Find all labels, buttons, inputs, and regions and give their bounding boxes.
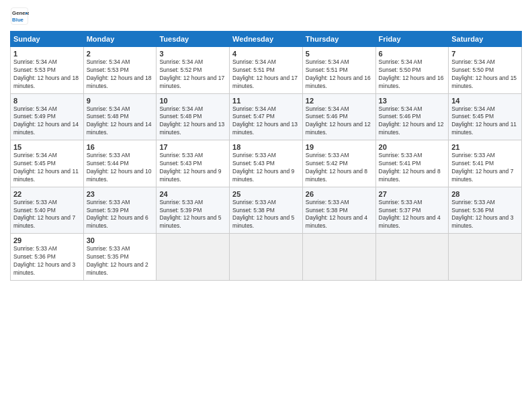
day-info: Sunrise: 5:33 AM Sunset: 5:42 PM Dayligh… bbox=[306, 152, 373, 184]
calendar-cell: 19 Sunrise: 5:33 AM Sunset: 5:42 PM Dayl… bbox=[302, 140, 375, 187]
sunrise-label: Sunrise: 5:33 AM bbox=[379, 152, 423, 158]
day-info: Sunrise: 5:33 AM Sunset: 5:38 PM Dayligh… bbox=[306, 199, 373, 231]
day-info: Sunrise: 5:34 AM Sunset: 5:47 PM Dayligh… bbox=[232, 105, 300, 138]
day-number: 9 bbox=[87, 97, 154, 105]
day-number: 25 bbox=[232, 190, 300, 198]
calendar-cell bbox=[302, 234, 375, 281]
day-info: Sunrise: 5:33 AM Sunset: 5:44 PM Dayligh… bbox=[87, 152, 154, 184]
calendar-cell: 12 Sunrise: 5:34 AM Sunset: 5:46 PM Dayl… bbox=[302, 93, 375, 140]
sunrise-label: Sunrise: 5:34 AM bbox=[159, 58, 203, 65]
sunset-label: Sunset: 5:51 PM bbox=[232, 66, 275, 73]
sunset-label: Sunset: 5:38 PM bbox=[232, 207, 275, 214]
calendar-cell: 24 Sunrise: 5:33 AM Sunset: 5:39 PM Dayl… bbox=[157, 187, 230, 234]
calendar-cell: 7 Sunrise: 5:34 AM Sunset: 5:50 PM Dayli… bbox=[449, 47, 522, 94]
sunset-label: Sunset: 5:45 PM bbox=[451, 113, 494, 120]
calendar-cell: 8 Sunrise: 5:34 AM Sunset: 5:49 PM Dayli… bbox=[11, 93, 84, 140]
daylight-label: Daylight: 12 hours and 17 minutes. bbox=[159, 75, 224, 89]
sunrise-label: Sunrise: 5:34 AM bbox=[451, 58, 495, 65]
sunrise-label: Sunrise: 5:33 AM bbox=[232, 152, 276, 158]
calendar-cell: 14 Sunrise: 5:34 AM Sunset: 5:45 PM Dayl… bbox=[449, 93, 522, 140]
day-info: Sunrise: 5:33 AM Sunset: 5:35 PM Dayligh… bbox=[87, 245, 154, 277]
daylight-label: Daylight: 12 hours and 5 minutes. bbox=[159, 214, 221, 229]
calendar-cell: 11 Sunrise: 5:34 AM Sunset: 5:47 PM Dayl… bbox=[230, 93, 303, 140]
sunset-label: Sunset: 5:40 PM bbox=[13, 207, 56, 214]
sunset-label: Sunset: 5:47 PM bbox=[232, 113, 275, 120]
sunrise-label: Sunrise: 5:34 AM bbox=[87, 58, 130, 65]
sunset-label: Sunset: 5:38 PM bbox=[306, 207, 348, 214]
calendar-cell bbox=[157, 234, 230, 281]
sunrise-label: Sunrise: 5:34 AM bbox=[13, 105, 57, 112]
daylight-label: Daylight: 12 hours and 13 minutes. bbox=[159, 121, 224, 136]
day-info: Sunrise: 5:34 AM Sunset: 5:51 PM Dayligh… bbox=[306, 58, 373, 91]
calendar-week-row: 15 Sunrise: 5:34 AM Sunset: 5:45 PM Dayl… bbox=[11, 140, 522, 187]
sunrise-label: Sunrise: 5:33 AM bbox=[13, 245, 57, 252]
sunset-label: Sunset: 5:41 PM bbox=[451, 160, 494, 167]
header-tuesday: Tuesday bbox=[157, 32, 230, 47]
day-number: 15 bbox=[13, 143, 81, 151]
day-info: Sunrise: 5:33 AM Sunset: 5:36 PM Dayligh… bbox=[13, 245, 81, 277]
day-number: 12 bbox=[306, 97, 373, 105]
day-number: 21 bbox=[451, 143, 519, 151]
daylight-label: Daylight: 12 hours and 4 minutes. bbox=[306, 214, 367, 229]
calendar-cell: 9 Sunrise: 5:34 AM Sunset: 5:48 PM Dayli… bbox=[83, 93, 157, 140]
day-number: 29 bbox=[13, 236, 81, 244]
sunrise-label: Sunrise: 5:33 AM bbox=[379, 199, 423, 205]
sunrise-label: Sunrise: 5:33 AM bbox=[232, 199, 276, 205]
sunset-label: Sunset: 5:50 PM bbox=[379, 66, 421, 73]
day-info: Sunrise: 5:34 AM Sunset: 5:53 PM Dayligh… bbox=[87, 58, 154, 91]
daylight-label: Daylight: 12 hours and 16 minutes. bbox=[379, 75, 444, 89]
day-info: Sunrise: 5:34 AM Sunset: 5:45 PM Dayligh… bbox=[13, 152, 81, 184]
day-info: Sunrise: 5:33 AM Sunset: 5:40 PM Dayligh… bbox=[13, 199, 81, 231]
sunset-label: Sunset: 5:36 PM bbox=[451, 207, 494, 214]
calendar-cell: 2 Sunrise: 5:34 AM Sunset: 5:53 PM Dayli… bbox=[83, 47, 157, 94]
sunrise-label: Sunrise: 5:33 AM bbox=[451, 199, 495, 205]
sunset-label: Sunset: 5:46 PM bbox=[379, 113, 421, 120]
logo-icon: General Blue bbox=[10, 7, 29, 26]
header: General Blue bbox=[10, 7, 522, 26]
daylight-label: Daylight: 12 hours and 7 minutes. bbox=[13, 214, 75, 229]
calendar-cell: 1 Sunrise: 5:34 AM Sunset: 5:53 PM Dayli… bbox=[11, 47, 84, 94]
daylight-label: Daylight: 12 hours and 17 minutes. bbox=[232, 75, 298, 89]
sunrise-label: Sunrise: 5:34 AM bbox=[379, 105, 423, 112]
day-number: 28 bbox=[451, 190, 519, 198]
daylight-label: Daylight: 12 hours and 9 minutes. bbox=[159, 168, 221, 183]
day-info: Sunrise: 5:33 AM Sunset: 5:39 PM Dayligh… bbox=[87, 199, 154, 231]
calendar-cell: 18 Sunrise: 5:33 AM Sunset: 5:43 PM Dayl… bbox=[230, 140, 303, 187]
header-monday: Monday bbox=[83, 32, 157, 47]
sunset-label: Sunset: 5:46 PM bbox=[306, 113, 348, 120]
day-info: Sunrise: 5:33 AM Sunset: 5:38 PM Dayligh… bbox=[232, 199, 300, 231]
sunrise-label: Sunrise: 5:33 AM bbox=[306, 152, 349, 158]
daylight-label: Daylight: 12 hours and 14 minutes. bbox=[87, 121, 152, 136]
calendar-cell: 30 Sunrise: 5:33 AM Sunset: 5:35 PM Dayl… bbox=[83, 234, 157, 281]
sunrise-label: Sunrise: 5:33 AM bbox=[306, 199, 349, 205]
calendar-cell: 17 Sunrise: 5:33 AM Sunset: 5:43 PM Dayl… bbox=[157, 140, 230, 187]
daylight-label: Daylight: 12 hours and 11 minutes. bbox=[451, 121, 517, 136]
calendar-cell: 27 Sunrise: 5:33 AM Sunset: 5:37 PM Dayl… bbox=[375, 187, 449, 234]
sunset-label: Sunset: 5:41 PM bbox=[379, 160, 421, 167]
day-number: 8 bbox=[13, 97, 81, 105]
header-friday: Friday bbox=[375, 32, 449, 47]
day-info: Sunrise: 5:34 AM Sunset: 5:45 PM Dayligh… bbox=[451, 105, 519, 138]
daylight-label: Daylight: 12 hours and 10 minutes. bbox=[87, 168, 152, 183]
day-info: Sunrise: 5:33 AM Sunset: 5:41 PM Dayligh… bbox=[379, 152, 446, 184]
day-number: 13 bbox=[379, 97, 446, 105]
daylight-label: Daylight: 12 hours and 12 minutes. bbox=[379, 121, 444, 136]
day-number: 19 bbox=[306, 143, 373, 151]
header-sunday: Sunday bbox=[11, 32, 84, 47]
sunrise-label: Sunrise: 5:34 AM bbox=[232, 58, 276, 65]
calendar-header-row: Sunday Monday Tuesday Wednesday Thursday… bbox=[11, 32, 522, 47]
daylight-label: Daylight: 12 hours and 18 minutes. bbox=[87, 75, 152, 89]
sunset-label: Sunset: 5:36 PM bbox=[13, 253, 56, 260]
day-info: Sunrise: 5:34 AM Sunset: 5:50 PM Dayligh… bbox=[451, 58, 519, 91]
calendar-cell: 10 Sunrise: 5:34 AM Sunset: 5:48 PM Dayl… bbox=[157, 93, 230, 140]
day-number: 18 bbox=[232, 143, 300, 151]
sunrise-label: Sunrise: 5:33 AM bbox=[87, 152, 130, 158]
sunrise-label: Sunrise: 5:33 AM bbox=[87, 199, 130, 205]
calendar-cell bbox=[375, 234, 449, 281]
calendar-cell: 25 Sunrise: 5:33 AM Sunset: 5:38 PM Dayl… bbox=[230, 187, 303, 234]
day-number: 27 bbox=[379, 190, 446, 198]
sunrise-label: Sunrise: 5:33 AM bbox=[87, 245, 130, 252]
daylight-label: Daylight: 12 hours and 11 minutes. bbox=[13, 168, 79, 183]
day-number: 26 bbox=[306, 190, 373, 198]
sunrise-label: Sunrise: 5:34 AM bbox=[379, 58, 423, 65]
